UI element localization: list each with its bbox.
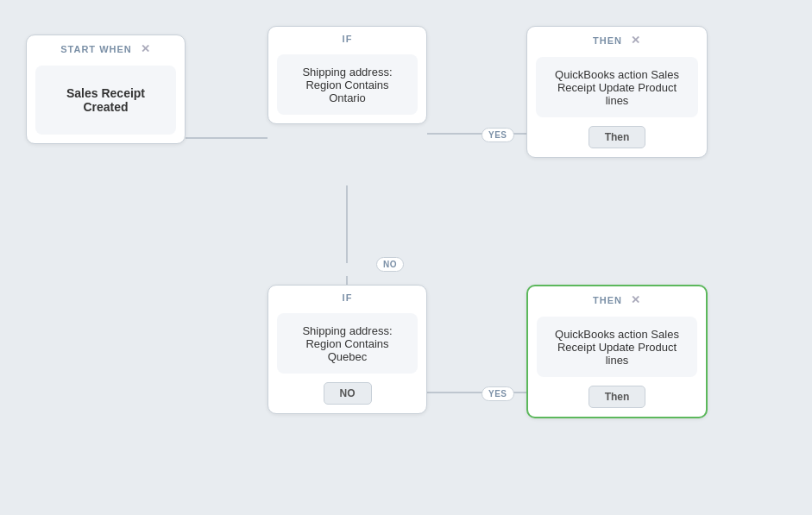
if-top-title: IF — [343, 34, 353, 44]
yes-badge-top: YES — [482, 128, 514, 142]
start-when-title: START WHEN — [60, 44, 132, 54]
then-top-close-icon[interactable]: ✕ — [631, 34, 641, 47]
if-bottom-title: IF — [343, 292, 353, 303]
if-top-header: IF — [268, 27, 426, 49]
then-bottom-header: THEN ✕ — [528, 286, 706, 311]
if-bottom-header: IF — [268, 286, 426, 308]
if-bottom-node: IF Shipping address: Region Contains Que… — [268, 285, 427, 414]
start-when-header: START WHEN ✕ — [27, 35, 185, 60]
then-bottom-close-icon[interactable]: ✕ — [631, 293, 641, 306]
then-top-button[interactable]: Then — [589, 126, 646, 148]
if-top-node: IF Shipping address: Region Contains Ont… — [268, 26, 427, 124]
then-bottom-button[interactable]: Then — [589, 386, 646, 408]
start-when-close-icon[interactable]: ✕ — [141, 42, 151, 55]
then-top-header: THEN ✕ — [527, 27, 707, 52]
then-bottom-node: THEN ✕ QuickBooks action Sales Receipt U… — [526, 285, 708, 418]
then-top-title: THEN — [593, 35, 622, 46]
workflow-canvas: START WHEN ✕ Sales Receipt Created IF Sh… — [0, 0, 812, 515]
then-bottom-title: THEN — [593, 295, 622, 305]
if-bottom-no-button[interactable]: NO — [324, 382, 372, 405]
start-when-body: Sales Receipt Created — [35, 66, 176, 135]
then-bottom-body: QuickBooks action Sales Receipt Update P… — [537, 317, 697, 377]
start-when-node: START WHEN ✕ Sales Receipt Created — [26, 35, 186, 144]
then-top-node: THEN ✕ QuickBooks action Sales Receipt U… — [526, 26, 708, 158]
no-badge: NO — [376, 257, 404, 272]
yes-badge-bottom: YES — [482, 386, 514, 401]
then-top-body: QuickBooks action Sales Receipt Update P… — [536, 57, 698, 117]
if-bottom-body: Shipping address: Region Contains Quebec — [277, 313, 418, 374]
if-top-body: Shipping address: Region Contains Ontari… — [277, 54, 418, 115]
